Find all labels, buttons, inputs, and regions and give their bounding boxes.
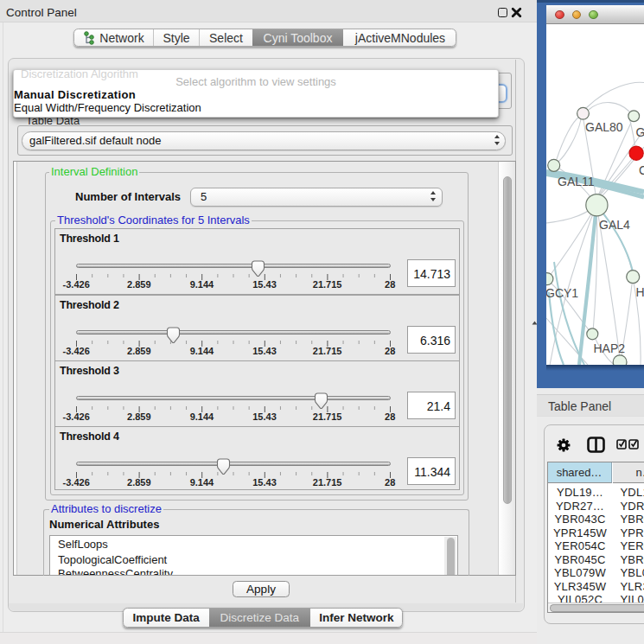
svg-text:GAL4: GAL4 (599, 217, 630, 231)
svg-text:G.: G. (636, 125, 644, 139)
svg-text:GCY1: GCY1 (546, 286, 578, 300)
svg-text:GAL80: GAL80 (585, 120, 623, 134)
svg-text:HA: HA (636, 285, 644, 299)
svg-text:GAL11: GAL11 (558, 175, 595, 188)
svg-text:HAP2: HAP2 (594, 341, 626, 355)
svg-text:C: C (639, 163, 644, 177)
